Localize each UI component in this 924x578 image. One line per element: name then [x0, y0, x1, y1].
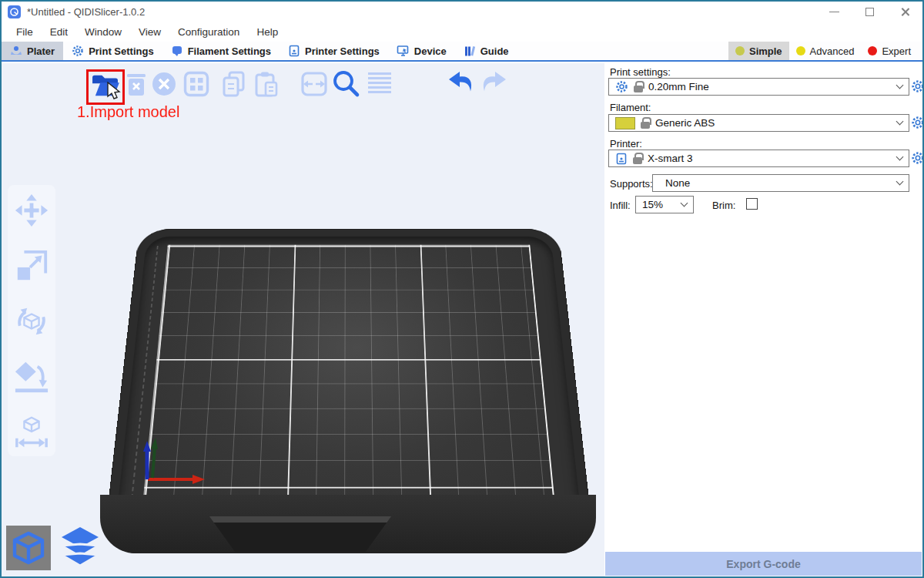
split-objects-icon [300, 70, 328, 98]
expert-mode-dot-icon [868, 46, 877, 55]
maximize-icon [865, 8, 874, 16]
trash-icon [125, 72, 148, 97]
tab-printer-settings[interactable]: Printer Settings [280, 42, 388, 60]
lock-icon [634, 81, 643, 92]
chevron-down-icon [896, 118, 904, 126]
brim-checkbox[interactable] [746, 198, 758, 210]
layer-lines-icon [367, 71, 393, 97]
scale-button[interactable] [14, 248, 49, 287]
device-icon [397, 45, 410, 57]
tab-print-settings[interactable]: Print Settings [63, 42, 162, 60]
lock-icon [633, 153, 642, 164]
print-settings-value: 0.20mm Fine [648, 81, 892, 92]
guide-icon [464, 45, 476, 57]
window-title: *Untitled - QIDISlicer-1.0.2 [27, 6, 145, 18]
preview-view-button[interactable] [59, 526, 102, 570]
variable-layer-height-button[interactable] [367, 71, 393, 100]
scale-icon [14, 248, 49, 284]
title-bar: *Untitled - QIDISlicer-1.0.2 [2, 2, 922, 22]
place-on-face-button[interactable] [14, 359, 49, 398]
filament-color-swatch [615, 117, 635, 129]
search-button[interactable] [331, 69, 360, 101]
import-model-annotation: 1.Import model [77, 103, 179, 121]
build-plate-handle [209, 516, 391, 552]
minimize-button[interactable] [816, 2, 852, 22]
infill-value: 15% [642, 199, 676, 210]
printer-value: X-smart 3 [648, 153, 892, 164]
tab-guide[interactable]: Guide [455, 42, 517, 60]
mouse-cursor-icon [106, 82, 122, 102]
paste-button[interactable] [253, 70, 280, 101]
tab-bar: Plater Print Settings Filament Settings … [2, 42, 922, 62]
filament-gear-button[interactable] [911, 116, 924, 129]
chevron-down-icon [896, 178, 904, 186]
chevron-down-icon [681, 200, 688, 207]
menu-help[interactable]: Help [248, 26, 286, 38]
print-settings-select[interactable]: 0.20mm Fine [608, 78, 909, 96]
redo-icon [479, 70, 508, 96]
mode-selector: Simple Advanced Expert [728, 42, 922, 60]
brim-label: Brim: [712, 200, 735, 211]
filament-select[interactable]: Generic ABS [608, 114, 909, 132]
paste-icon [253, 70, 280, 98]
printer-label: Printer: [610, 138, 642, 150]
chevron-down-icon [896, 82, 904, 89]
maximize-button[interactable] [852, 2, 887, 22]
chevron-down-icon [896, 153, 904, 161]
move-button[interactable] [14, 193, 49, 231]
object-manipulation-toolbar [8, 185, 55, 456]
menu-window[interactable]: Window [76, 26, 130, 38]
filament-label: Filament: [610, 102, 651, 113]
undo-button[interactable] [447, 70, 476, 99]
infill-select[interactable]: 15% [635, 196, 694, 213]
mode-advanced[interactable]: Advanced [789, 42, 862, 60]
search-icon [331, 69, 360, 98]
advanced-mode-dot-icon [796, 46, 805, 55]
close-icon [900, 7, 910, 17]
place-on-face-icon [14, 359, 49, 395]
arrange-button[interactable] [183, 71, 209, 100]
settings-sidebar: Print settings: 0.20mm Fine Filament: Ge… [604, 63, 922, 576]
tab-plater[interactable]: Plater [2, 42, 63, 60]
supports-value: None [659, 177, 892, 189]
menu-configuration[interactable]: Configuration [169, 26, 248, 38]
split-objects-button[interactable] [300, 70, 328, 101]
plater-icon [10, 45, 22, 57]
redo-button[interactable] [479, 70, 508, 99]
3d-editor-view-button[interactable] [6, 526, 51, 570]
menu-bar: File Edit Window View Configuration Help [2, 22, 922, 42]
tab-filament-settings[interactable]: Filament Settings [162, 42, 280, 60]
layers-preview-icon [59, 526, 102, 567]
copy-button[interactable] [220, 70, 248, 101]
tab-device[interactable]: Device [388, 42, 455, 60]
delete-all-button[interactable] [151, 71, 177, 100]
3d-viewport[interactable]: 1.Import model [2, 63, 604, 576]
mode-simple[interactable]: Simple [728, 42, 789, 60]
printer-gear-button[interactable] [911, 151, 924, 165]
lock-icon [641, 117, 650, 129]
rotate-icon [14, 304, 49, 339]
simple-mode-dot-icon [735, 46, 745, 55]
gear-icon [615, 80, 628, 93]
printer-select[interactable]: X-smart 3 [608, 150, 909, 167]
build-plate-front [100, 495, 596, 553]
mode-expert[interactable]: Expert [861, 42, 918, 60]
rotate-button[interactable] [14, 304, 49, 342]
measure-button[interactable] [14, 415, 49, 453]
minimize-icon [829, 12, 839, 12]
app-logo-icon [8, 5, 21, 18]
print-settings-gear-button[interactable] [911, 79, 924, 93]
view-switcher [6, 526, 102, 570]
print-settings-label: Print settings: [610, 66, 671, 78]
copy-icon [220, 70, 248, 98]
menu-edit[interactable]: Edit [42, 26, 76, 38]
export-gcode-button[interactable]: Export G-code [605, 552, 922, 576]
supports-select[interactable]: None [652, 174, 909, 192]
gear-icon [72, 45, 84, 57]
menu-file[interactable]: File [8, 26, 42, 38]
menu-view[interactable]: View [130, 26, 169, 38]
delete-button[interactable] [125, 72, 148, 100]
close-button[interactable] [887, 2, 922, 22]
printer-icon [288, 45, 300, 57]
supports-label: Supports: [610, 178, 653, 190]
